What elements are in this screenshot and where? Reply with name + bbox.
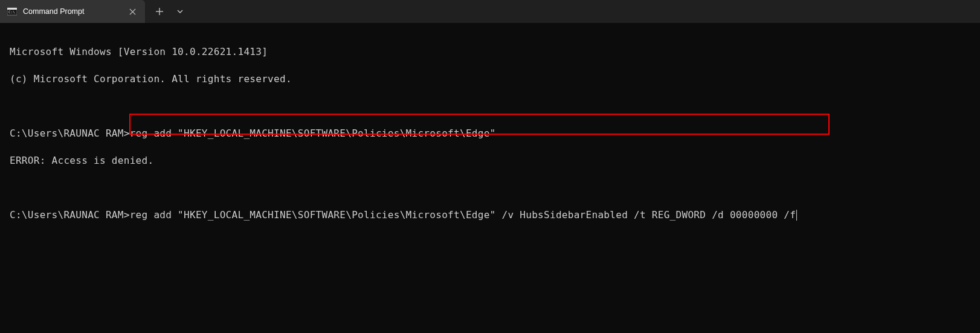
blank-line [10,181,970,195]
command-line-1: C:\Users\RAUNAC RAM>reg add "HKEY_LOCAL_… [10,127,970,141]
prompt: C:\Users\RAUNAC RAM> [10,209,130,221]
cmd-icon: C:\ [7,7,17,16]
version-line: Microsoft Windows [Version 10.0.22621.14… [10,45,970,59]
new-tab-button[interactable] [150,2,169,21]
prompt: C:\Users\RAUNAC RAM> [10,128,130,139]
title-bar: C:\ Command Prompt [0,0,980,23]
svg-text:C:\: C:\ [8,10,15,14]
terminal-output[interactable]: Microsoft Windows [Version 10.0.22621.14… [0,23,980,244]
cursor [796,210,797,221]
tab-title: Command Prompt [23,7,121,16]
tab-dropdown-button[interactable] [172,2,189,21]
command-text: reg add "HKEY_LOCAL_MACHINE\SOFTWARE\Pol… [130,128,496,139]
error-line: ERROR: Access is denied. [10,154,970,168]
copyright-line: (c) Microsoft Corporation. All rights re… [10,73,970,86]
command-text: reg add "HKEY_LOCAL_MACHINE\SOFTWARE\Pol… [130,209,796,221]
command-line-2: C:\Users\RAUNAC RAM>reg add "HKEY_LOCAL_… [10,209,970,222]
close-tab-button[interactable] [127,6,138,17]
blank-line [10,100,970,114]
tab-active[interactable]: C:\ Command Prompt [0,0,145,23]
title-controls [145,0,189,23]
